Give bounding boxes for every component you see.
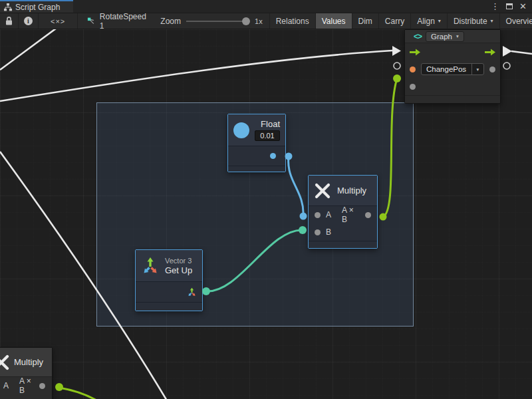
wire-endpoint: [393, 74, 401, 82]
flow-out-arrow-icon[interactable]: [485, 49, 495, 56]
extra-port-row: [405, 78, 500, 95]
float-value-input[interactable]: 0.01: [255, 130, 280, 141]
zoom-value: 1x: [255, 17, 263, 25]
wire-white-out-of-graph-node[interactable]: [511, 51, 532, 54]
float-output-port[interactable]: [270, 153, 276, 159]
flow-port-row: [405, 43, 500, 61]
multiply2-node-title: Multiply: [14, 357, 43, 367]
toolbar-button-align[interactable]: Align ▾: [411, 13, 448, 29]
variable-select-arrow[interactable]: ▾: [471, 64, 483, 74]
wire-arrowhead-in: [392, 46, 401, 56]
float-node-header: Float 0.01: [228, 114, 285, 146]
maximize-icon[interactable]: [506, 3, 513, 9]
multiply-row-a: A A × B: [309, 206, 377, 223]
node-graph-changepos[interactable]: <> Graph ▾ ChangePos ▾: [404, 29, 501, 104]
graph-breadcrumb-label: Graph: [431, 33, 452, 41]
wire-white-into-graph-node[interactable]: [0, 51, 392, 101]
variable-port-row: ChangePos ▾: [405, 61, 500, 78]
chevron-down-icon: ▾: [491, 18, 493, 24]
wire-white-topleft[interactable]: [0, 29, 59, 70]
toolbar-button-distribute[interactable]: Distribute ▾: [448, 13, 500, 29]
wire-endpoint: [55, 383, 63, 391]
info-button[interactable]: i: [19, 13, 39, 29]
input-port-b[interactable]: [315, 229, 321, 235]
vector3-icon: [140, 256, 160, 276]
toolbar-button-values[interactable]: Values: [316, 13, 352, 29]
node-float[interactable]: Float 0.01: [227, 114, 286, 172]
input-port-a[interactable]: [315, 212, 321, 218]
output-port[interactable]: [39, 383, 45, 389]
graph-asset-icon: [87, 17, 96, 26]
distribute-label: Distribute: [454, 17, 487, 26]
multiply-node-header: Multiply: [309, 176, 377, 206]
toolbar-button-overview[interactable]: Overview: [500, 13, 532, 29]
toolbar-button-carry[interactable]: Carry: [379, 13, 411, 29]
port-a-label: A: [3, 381, 9, 390]
title-bar: Script Graph ⋮ ✕: [0, 0, 532, 13]
values-label: Values: [322, 17, 346, 26]
window-menu-icon[interactable]: ⋮: [491, 2, 499, 11]
zoom-slider-handle[interactable]: [242, 17, 250, 25]
value-output-port[interactable]: [489, 66, 495, 72]
code-icon: <>: [414, 32, 422, 41]
zoom-slider[interactable]: [186, 21, 249, 22]
script-graph-icon: [4, 3, 12, 11]
node-footer: [228, 166, 285, 172]
titlebar-spacer: [73, 0, 485, 13]
overview-label: Overview: [506, 17, 532, 26]
flow-in-arrow-icon[interactable]: [410, 49, 420, 56]
vector-node-header: Vector 3 Get Up: [136, 250, 202, 282]
vector-node-type: Vector 3: [165, 257, 192, 265]
tab-script-graph[interactable]: Script Graph: [0, 0, 73, 13]
graph-node-header: <> Graph ▾: [405, 30, 500, 43]
vector-port-row: [136, 282, 202, 302]
multiply2-row-a: A A × B: [0, 377, 52, 394]
multiply-icon: [0, 354, 10, 371]
lock-button[interactable]: [0, 13, 19, 29]
variable-input-port[interactable]: [410, 66, 416, 72]
vector-node-title: Get Up: [165, 265, 192, 275]
value-input-port[interactable]: [410, 84, 416, 90]
variable-select[interactable]: ChangePos ▾: [421, 63, 484, 75]
vector3-port-icon[interactable]: [187, 287, 197, 297]
graph-reference-label: RotateSpeed 1: [100, 12, 148, 31]
dim-label: Dim: [358, 17, 372, 26]
multiply2-row-b: [0, 394, 52, 399]
graph-breadcrumb-dropdown[interactable]: Graph ▾: [426, 31, 464, 42]
unconnected-endpoint-right: [503, 63, 510, 69]
graph-toolbar: i <×> RotateSpeed 1 Zoom 1x Relations Va…: [0, 13, 532, 29]
relations-label: Relations: [276, 17, 309, 26]
node-vector3-get-up[interactable]: Vector 3 Get Up: [135, 249, 203, 311]
info-icon: i: [24, 17, 33, 25]
chevron-down-icon: ▾: [456, 33, 459, 39]
script-graph-window: Script Graph ⋮ ✕ i <×> RotateSpeed: [0, 0, 532, 399]
variable-select-value: ChangePos: [422, 65, 471, 73]
node-footer: [405, 95, 500, 103]
code-preview-button[interactable]: <×>: [39, 13, 78, 29]
carry-label: Carry: [385, 17, 404, 26]
port-a-label: A: [326, 210, 331, 219]
graph-reference-button[interactable]: RotateSpeed 1: [78, 13, 154, 29]
graph-canvas[interactable]: <> Graph ▾ ChangePos ▾: [0, 29, 532, 399]
node-footer: [309, 241, 377, 248]
node-multiply[interactable]: Multiply A A × B B: [308, 175, 378, 249]
float-port-row: [228, 146, 285, 166]
float-node-title: Float: [261, 119, 280, 129]
node-multiply-2[interactable]: Multiply A A × B: [0, 347, 53, 399]
multiply2-node-header: Multiply: [0, 348, 52, 377]
lock-icon: [5, 17, 13, 25]
window-controls: ⋮ ✕: [485, 0, 532, 13]
wire-arrowhead-out: [503, 46, 512, 57]
tab-title: Script Graph: [15, 3, 60, 12]
float-icon: [233, 122, 249, 138]
close-icon[interactable]: ✕: [519, 2, 527, 11]
zoom-control: Zoom 1x: [154, 13, 269, 29]
output-port[interactable]: [365, 212, 371, 218]
zoom-label: Zoom: [160, 17, 181, 26]
toolbar-button-dim[interactable]: Dim: [352, 13, 379, 29]
code-preview-icon: <×>: [51, 17, 65, 25]
toolbar-button-relations[interactable]: Relations: [270, 13, 316, 29]
wire-multiply2-output[interactable]: [59, 388, 112, 399]
multiply-node-title: Multiply: [337, 186, 366, 196]
unconnected-endpoint-left: [394, 63, 400, 69]
